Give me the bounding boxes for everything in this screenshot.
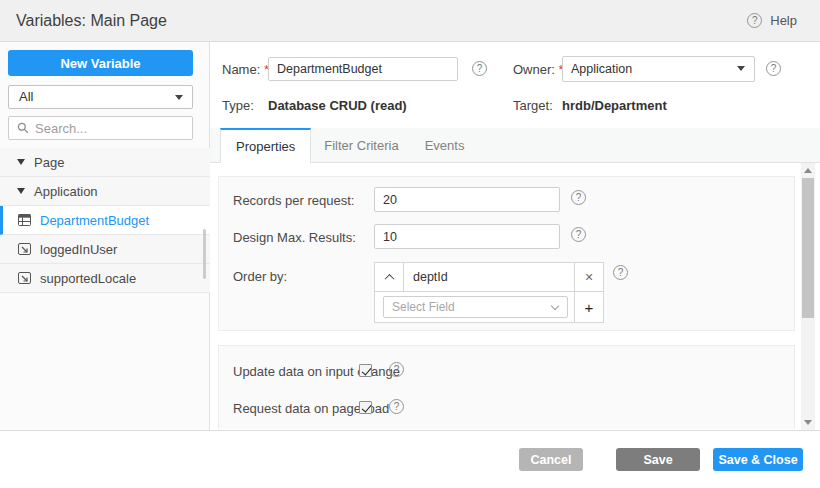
update-on-input-help-icon[interactable]: ? bbox=[389, 362, 404, 377]
chevron-down-icon bbox=[737, 66, 745, 71]
properties-tab-content: Records per request: ? Design Max. Resul… bbox=[210, 163, 820, 430]
crud-variable-icon bbox=[18, 214, 31, 226]
save-and-close-button[interactable]: Save & Close bbox=[713, 448, 803, 471]
design-max-help-icon[interactable]: ? bbox=[571, 227, 586, 242]
tree-item-supportedlocale[interactable]: supportedLocale bbox=[0, 264, 210, 293]
scroll-down-icon[interactable] bbox=[804, 420, 812, 425]
detail-tabs: Properties Filter Criteria Events bbox=[210, 128, 820, 163]
select-field-placeholder: Select Field bbox=[392, 300, 455, 314]
name-input[interactable] bbox=[268, 57, 458, 81]
order-by-field-input[interactable] bbox=[404, 263, 574, 291]
remove-order-field-button[interactable]: × bbox=[574, 263, 603, 291]
variables-sidebar: New Variable All Page Application bbox=[0, 42, 210, 430]
owner-help-icon[interactable]: ? bbox=[766, 61, 781, 76]
tree-item-loggedinuser[interactable]: loggedInUser bbox=[0, 235, 210, 264]
tree-group-page[interactable]: Page bbox=[0, 148, 210, 177]
tree-group-application[interactable]: Application bbox=[0, 177, 210, 206]
page-title: Variables: Main Page bbox=[16, 12, 167, 30]
order-by-help-icon[interactable]: ? bbox=[613, 265, 628, 280]
update-on-input-checkbox[interactable] bbox=[359, 364, 372, 377]
dialog-footer: Cancel Save Save & Close bbox=[0, 430, 820, 488]
order-by-field-select[interactable]: Select Field bbox=[383, 296, 568, 318]
variable-detail-pane: Name: * ? Owner: * Application ? Type: D… bbox=[210, 42, 820, 430]
tree-item-departmentbudget[interactable]: DepartmentBudget bbox=[0, 206, 210, 235]
records-per-request-input[interactable] bbox=[374, 187, 560, 212]
help-icon: ? bbox=[747, 13, 762, 28]
caret-down-icon bbox=[17, 159, 25, 165]
chevron-down-icon bbox=[175, 95, 183, 100]
type-value: Database CRUD (read) bbox=[268, 98, 407, 113]
scroll-up-icon[interactable] bbox=[804, 168, 812, 173]
new-variable-button[interactable]: New Variable bbox=[8, 50, 193, 76]
owner-select[interactable]: Application bbox=[562, 56, 755, 82]
order-by-label: Order by: bbox=[233, 269, 287, 284]
help-button[interactable]: ? Help bbox=[747, 13, 797, 28]
search-icon bbox=[17, 122, 29, 134]
scrollbar-thumb[interactable] bbox=[802, 178, 814, 318]
variable-search[interactable] bbox=[8, 116, 193, 140]
variable-filter-select[interactable]: All bbox=[8, 85, 193, 109]
target-label: Target: bbox=[513, 98, 553, 113]
sort-direction-button[interactable] bbox=[375, 263, 404, 291]
request-on-load-help-icon[interactable]: ? bbox=[389, 399, 404, 414]
request-on-load-checkbox[interactable] bbox=[359, 401, 372, 414]
behavior-panel: Update data on input change ? Request da… bbox=[218, 345, 795, 429]
owner-label: Owner: * bbox=[513, 62, 564, 77]
update-on-input-label: Update data on input change bbox=[233, 364, 400, 379]
help-label: Help bbox=[770, 13, 797, 28]
chevron-down-icon bbox=[551, 302, 559, 310]
tab-events[interactable]: Events bbox=[412, 128, 478, 162]
caret-down-icon bbox=[17, 188, 25, 194]
variable-filter-value: All bbox=[19, 89, 33, 104]
model-variable-icon bbox=[18, 243, 31, 255]
name-help-icon[interactable]: ? bbox=[472, 61, 487, 76]
chevron-up-icon bbox=[384, 273, 394, 283]
design-max-results-input[interactable] bbox=[374, 224, 560, 249]
tab-properties[interactable]: Properties bbox=[220, 128, 311, 163]
target-value: hrdb/Department bbox=[562, 98, 667, 113]
records-per-request-label: Records per request: bbox=[233, 193, 354, 208]
content-scrollbar[interactable] bbox=[801, 163, 815, 430]
variables-tree: Page Application DepartmentBudget bbox=[0, 148, 210, 293]
dialog-header: Variables: Main Page ? Help bbox=[0, 0, 820, 42]
tab-filter-criteria[interactable]: Filter Criteria bbox=[311, 128, 411, 162]
variables-dialog: Variables: Main Page ? Help New Variable… bbox=[0, 0, 820, 488]
records-help-icon[interactable]: ? bbox=[571, 190, 586, 205]
order-by-widget: × Select Field + bbox=[374, 262, 604, 323]
add-order-field-button[interactable]: + bbox=[574, 292, 603, 322]
save-button[interactable]: Save bbox=[616, 448, 700, 471]
cancel-button[interactable]: Cancel bbox=[519, 448, 583, 471]
data-settings-panel: Records per request: ? Design Max. Resul… bbox=[218, 176, 795, 331]
owner-value: Application bbox=[571, 62, 632, 76]
design-max-results-label: Design Max. Results: bbox=[233, 230, 356, 245]
sidebar-scrollbar-thumb[interactable] bbox=[203, 229, 206, 279]
name-label: Name: * bbox=[222, 62, 269, 77]
type-label: Type: bbox=[222, 98, 254, 113]
search-input[interactable] bbox=[35, 121, 175, 136]
model-variable-icon bbox=[18, 272, 31, 284]
